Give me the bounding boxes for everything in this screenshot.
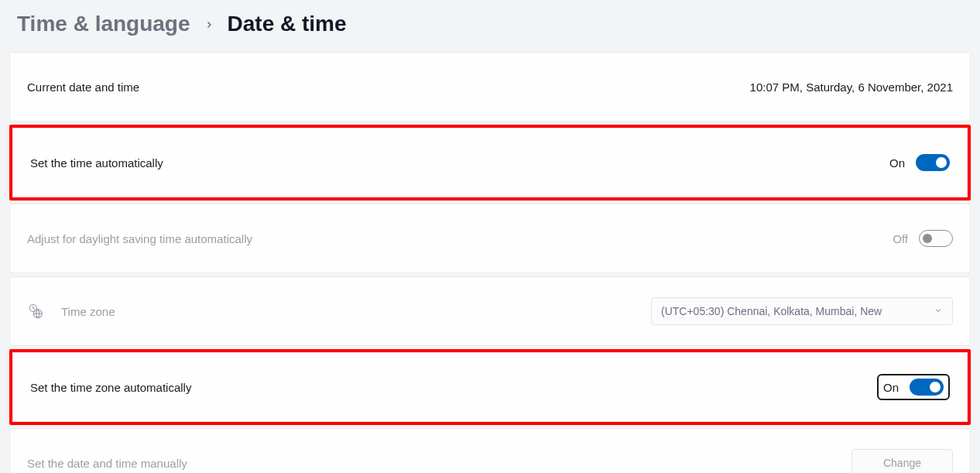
chevron-right-icon [204,15,214,33]
breadcrumb-parent[interactable]: Time & language [17,12,190,36]
dst-toggle [919,230,953,247]
auto-tz-toggle[interactable] [910,379,944,396]
manual-panel: Set the date and time manually Change [9,428,971,473]
highlight-auto-tz: Set the time zone automatically On [9,349,971,425]
globe-clock-icon [27,303,44,320]
chevron-down-icon [934,305,943,317]
dst-label: Adjust for daylight saving time automati… [27,232,252,245]
auto-time-state-text: On [889,156,905,170]
timezone-panel: Time zone (UTC+05:30) Chennai, Kolkata, … [9,276,971,346]
auto-tz-label: Set the time zone automatically [30,381,191,394]
timezone-selected-value: (UTC+05:30) Chennai, Kolkata, Mumbai, Ne… [661,305,882,317]
dst-panel: Adjust for daylight saving time automati… [9,204,971,273]
manual-label: Set the date and time manually [27,457,187,470]
auto-time-toggle[interactable] [916,154,950,171]
current-datetime-value: 10:07 PM, Saturday, 6 November, 2021 [750,81,953,94]
current-datetime-panel: Current date and time 10:07 PM, Saturday… [9,52,971,122]
breadcrumb-current: Date & time [228,12,347,36]
timezone-combobox: (UTC+05:30) Chennai, Kolkata, Mumbai, Ne… [651,297,953,325]
auto-time-label: Set the time automatically [30,156,163,170]
auto-time-panel: Set the time automatically On [12,128,968,197]
breadcrumb: Time & language Date & time [9,0,971,52]
highlight-auto-time: Set the time automatically On [9,125,971,201]
auto-tz-state-text: On [883,381,899,394]
change-button: Change [852,449,953,473]
auto-tz-focus-ring: On [877,374,950,400]
auto-tz-panel: Set the time zone automatically On [12,352,968,422]
dst-state-text: Off [893,232,908,245]
timezone-label: Time zone [61,305,115,318]
current-datetime-label: Current date and time [27,81,139,94]
